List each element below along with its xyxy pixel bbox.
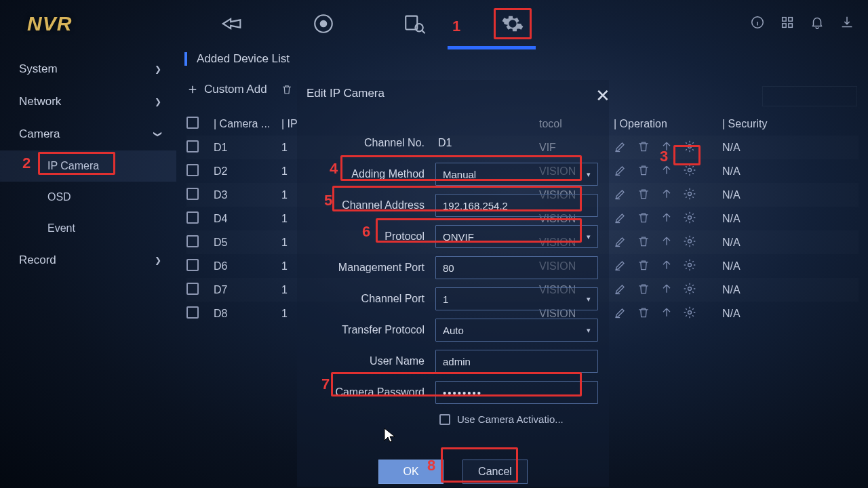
- cell-security: N/A: [722, 260, 776, 272]
- delete-icon[interactable]: [637, 306, 650, 322]
- edit-icon[interactable]: [614, 282, 627, 298]
- config-icon[interactable]: [683, 282, 696, 298]
- cell-operation: [614, 163, 722, 180]
- transfer-protocol-label: Transfer Protocol: [305, 324, 427, 336]
- delete-icon[interactable]: [637, 211, 650, 227]
- delete-icon[interactable]: [637, 258, 650, 274]
- svg-rect-5: [783, 18, 787, 22]
- channel-port-select[interactable]: 1 ▾: [435, 287, 598, 310]
- bell-icon[interactable]: [810, 15, 825, 33]
- input-value: ••••••••: [443, 387, 482, 399]
- cell-channel: D1: [214, 142, 281, 154]
- sidebar-item-record[interactable]: Record ❯: [0, 244, 176, 277]
- channel-address-input[interactable]: 192.168.254.2: [435, 194, 598, 217]
- sidebar-item-camera[interactable]: Camera ❯: [0, 118, 176, 150]
- config-icon[interactable]: [683, 187, 696, 203]
- export-icon[interactable]: [840, 15, 854, 33]
- cell-operation: [614, 187, 722, 203]
- delete-icon[interactable]: [637, 140, 650, 156]
- info-icon[interactable]: [750, 15, 765, 33]
- channel-no-label: Channel No.: [305, 137, 427, 149]
- close-icon[interactable]: ✕: [595, 85, 610, 106]
- file-search-icon[interactable]: [403, 12, 426, 35]
- custom-add-button[interactable]: Custom Add: [186, 83, 267, 96]
- playback-icon[interactable]: [312, 12, 335, 35]
- cell-security: N/A: [722, 308, 776, 320]
- cell-operation: [614, 258, 722, 274]
- config-icon[interactable]: [683, 211, 696, 227]
- row-checkbox[interactable]: [186, 164, 199, 176]
- svg-point-10: [688, 168, 692, 171]
- input-value: 80: [443, 262, 454, 274]
- upgrade-icon[interactable]: [660, 306, 673, 322]
- sidebar-subitem-event[interactable]: Event: [0, 213, 176, 244]
- delete-icon[interactable]: [637, 282, 650, 298]
- upgrade-icon[interactable]: [660, 282, 673, 298]
- sidebar-item-label: Network: [19, 95, 61, 108]
- svg-rect-6: [789, 18, 793, 22]
- svg-point-12: [688, 216, 692, 219]
- edit-icon[interactable]: [614, 187, 627, 203]
- password-input[interactable]: ••••••••: [435, 381, 598, 404]
- config-icon[interactable]: [683, 258, 696, 274]
- cell-security: N/A: [722, 213, 776, 225]
- config-icon[interactable]: [683, 235, 696, 251]
- cell-channel: D6: [214, 260, 281, 272]
- sidebar-subitem-osd[interactable]: OSD: [0, 182, 176, 213]
- config-icon[interactable]: [683, 163, 696, 180]
- upgrade-icon[interactable]: [660, 211, 673, 227]
- cancel-button[interactable]: Cancel: [462, 460, 528, 484]
- delete-icon[interactable]: [637, 235, 650, 251]
- input-value: admin: [443, 356, 471, 367]
- upgrade-icon[interactable]: [660, 235, 673, 251]
- cell-channel: D7: [214, 284, 281, 296]
- row-checkbox[interactable]: [186, 140, 199, 152]
- delete-button[interactable]: [281, 83, 293, 96]
- upgrade-icon[interactable]: [660, 258, 673, 274]
- edit-icon[interactable]: [614, 235, 627, 251]
- edit-icon[interactable]: [614, 258, 627, 274]
- edit-ip-camera-modal: Edit IP Camera ✕ Channel No. D1 Adding M…: [297, 80, 609, 487]
- sidebar-item-label: System: [19, 62, 58, 76]
- config-icon[interactable]: [683, 306, 696, 322]
- page-title: Added Device List: [197, 52, 290, 66]
- row-checkbox[interactable]: [186, 188, 199, 200]
- transfer-protocol-select[interactable]: Auto ▾: [435, 319, 598, 342]
- delete-icon[interactable]: [637, 163, 650, 180]
- select-all-checkbox[interactable]: [186, 117, 199, 129]
- management-port-input[interactable]: 80: [435, 256, 598, 279]
- use-activation-checkbox[interactable]: [439, 414, 450, 425]
- settings-icon[interactable]: [494, 8, 532, 39]
- edit-icon[interactable]: [614, 163, 627, 180]
- active-tab-underline: [448, 46, 536, 49]
- row-checkbox[interactable]: [186, 259, 199, 271]
- chevron-down-icon: ▾: [587, 295, 591, 304]
- modal-header: Edit IP Camera ✕: [297, 80, 609, 107]
- sidebar-item-network[interactable]: Network ❯: [0, 85, 176, 118]
- button-label: Custom Add: [204, 83, 267, 96]
- grid-icon[interactable]: [780, 15, 795, 33]
- row-checkbox[interactable]: [186, 306, 199, 319]
- use-activation-label: Use Camera Activatio...: [457, 413, 564, 425]
- edit-icon[interactable]: [614, 211, 627, 227]
- cell-security: N/A: [722, 284, 776, 296]
- delete-icon[interactable]: [637, 187, 650, 203]
- adding-method-select[interactable]: Manual ▾: [435, 163, 598, 186]
- upgrade-icon[interactable]: [660, 187, 673, 203]
- annotation-1: 1: [452, 18, 460, 35]
- row-checkbox[interactable]: [186, 283, 199, 295]
- chevron-down-icon: ▾: [587, 170, 591, 179]
- protocol-select[interactable]: ONVIF ▾: [435, 225, 598, 248]
- row-checkbox[interactable]: [186, 235, 199, 247]
- row-checkbox[interactable]: [186, 211, 199, 224]
- sidebar-item-system[interactable]: System ❯: [0, 53, 176, 85]
- toolbar: Custom Add: [186, 83, 293, 96]
- upgrade-icon[interactable]: [660, 163, 673, 180]
- live-view-icon[interactable]: [221, 12, 244, 35]
- svg-point-13: [688, 239, 692, 243]
- annotation-box-3: [673, 145, 701, 165]
- username-input[interactable]: admin: [435, 350, 598, 373]
- col-operation: | Operation: [614, 118, 722, 130]
- edit-icon[interactable]: [614, 306, 627, 322]
- edit-icon[interactable]: [614, 140, 627, 156]
